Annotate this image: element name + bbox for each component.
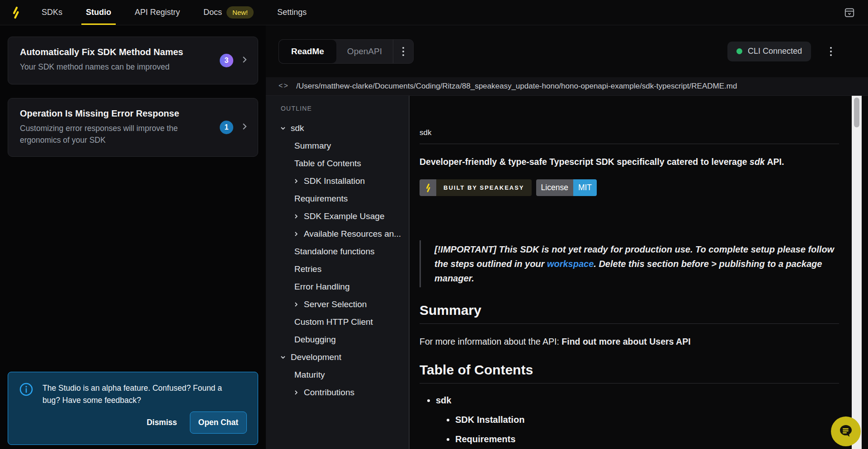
license-badge: License MIT xyxy=(536,179,597,196)
outline-item-retries[interactable]: Retries xyxy=(266,260,409,278)
view-tab-group: ReadMe OpenAPI xyxy=(278,39,414,64)
top-navbar: SDKs Studio API Registry Docs New! Setti… xyxy=(0,0,868,25)
scrollbar-thumb[interactable] xyxy=(854,98,859,127)
outline-item-sdk-example-usage[interactable]: SDK Example Usage xyxy=(266,207,409,225)
nav-item-api-registry[interactable]: API Registry xyxy=(125,0,190,25)
toc-item-requirements: Requirements xyxy=(455,434,839,444)
suggestion-card-error-response[interactable]: Operation Is Missing Error Response Cust… xyxy=(8,98,258,157)
outline-item-sdk-installation[interactable]: SDK Installation xyxy=(266,172,409,190)
divider xyxy=(420,323,839,324)
readme-preview: sdk Developer-friendly & type-safe Types… xyxy=(410,96,868,449)
info-icon xyxy=(19,382,33,407)
tab-kebab-menu-icon[interactable] xyxy=(393,40,413,63)
main-area: ReadMe OpenAPI CLI Connected <> /Users/m… xyxy=(266,25,868,449)
nav-label: Settings xyxy=(277,8,307,17)
count-badge: 3 xyxy=(220,54,233,67)
outline-item-error-handling[interactable]: Error Handling xyxy=(266,278,409,295)
chevron-right-icon xyxy=(241,56,249,65)
alert-text: The Studio is an alpha feature. Confused… xyxy=(42,382,241,407)
speakeasy-studio-app: SDKs Studio API Registry Docs New! Setti… xyxy=(0,0,868,449)
tab-openapi[interactable]: OpenAPI xyxy=(336,40,393,63)
file-path: /Users/matthew-clarke/Documents/Coding/R… xyxy=(296,82,737,91)
chevron-right-icon xyxy=(292,230,300,238)
chevron-right-icon xyxy=(292,301,300,308)
workspace-link[interactable]: workspace xyxy=(547,259,594,269)
panel-dropdown-icon[interactable] xyxy=(841,4,858,21)
chevron-down-icon xyxy=(279,125,287,132)
outline-item-debugging[interactable]: Debugging xyxy=(266,331,409,348)
toc-list: sdk SDK Installation Requirements xyxy=(420,395,839,444)
tab-readme[interactable]: ReadMe xyxy=(279,40,336,63)
nav-label: Studio xyxy=(86,8,111,17)
main-nav: SDKs Studio API Registry Docs New! Setti… xyxy=(32,0,316,25)
outline-item-maturity[interactable]: Maturity xyxy=(266,366,409,384)
chevron-down-icon xyxy=(279,354,287,361)
badge-row: BUILT BY SPEAKEASY License MIT xyxy=(420,179,839,196)
toc-heading: Table of Contents xyxy=(420,362,839,378)
nav-label: SDKs xyxy=(42,8,62,17)
outline-panel: OUTLINE sdk Summary Table of Contents xyxy=(266,96,410,449)
speakeasy-logo-icon[interactable] xyxy=(0,6,32,19)
toc-item-sdk: sdk SDK Installation Requirements xyxy=(436,395,839,444)
outline-item-custom-http-client[interactable]: Custom HTTP Client xyxy=(266,313,409,331)
readme-intro: Developer-friendly & type-safe Typescrip… xyxy=(420,157,839,167)
nav-item-docs[interactable]: Docs New! xyxy=(193,0,264,25)
outline-item-contributions[interactable]: Contributions xyxy=(266,384,409,401)
outline-item-standalone-functions[interactable]: Standalone functions xyxy=(266,243,409,260)
outline-title: OUTLINE xyxy=(266,105,409,112)
outline-item-available-resources[interactable]: Available Resources an... xyxy=(266,225,409,243)
chevron-right-icon xyxy=(292,389,300,396)
outline-item-table-of-contents[interactable]: Table of Contents xyxy=(266,154,409,172)
chevron-right-icon xyxy=(292,213,300,220)
important-note: [!IMPORTANT] This SDK is not yet ready f… xyxy=(420,240,839,287)
outline-item-sdk[interactable]: sdk xyxy=(266,119,409,137)
cli-status-badge: CLI Connected xyxy=(727,42,811,61)
license-value: MIT xyxy=(573,179,597,196)
content-scrollbar[interactable] xyxy=(852,96,862,449)
suggestion-subtitle: Customizing error responses will improve… xyxy=(20,122,203,146)
nav-label: Docs xyxy=(203,8,222,17)
suggestions-panel: Automatically Fix SDK Method Names Your … xyxy=(0,25,266,449)
suggestion-title: Operation Is Missing Error Response xyxy=(20,108,203,119)
summary-heading: Summary xyxy=(420,303,839,318)
summary-paragraph: For more information about the API: Find… xyxy=(420,337,839,347)
built-by-speakeasy-badge: BUILT BY SPEAKEASY xyxy=(420,179,532,196)
new-badge: New! xyxy=(226,6,254,19)
readme-toolbar: ReadMe OpenAPI CLI Connected xyxy=(266,25,868,77)
toc-item-sdk-installation: SDK Installation xyxy=(455,415,839,425)
readme-h1: sdk xyxy=(420,128,839,137)
open-chat-button[interactable]: Open Chat xyxy=(190,412,247,434)
nav-item-studio[interactable]: Studio xyxy=(76,0,121,25)
nav-item-settings[interactable]: Settings xyxy=(267,0,316,25)
outline-item-summary[interactable]: Summary xyxy=(266,137,409,154)
toolbar-kebab-menu-icon[interactable] xyxy=(821,47,841,56)
chevron-right-icon xyxy=(241,122,249,132)
dismiss-button[interactable]: Dismiss xyxy=(146,418,177,427)
status-dot-icon xyxy=(736,48,742,54)
code-icon: <> xyxy=(278,82,289,90)
chat-button[interactable] xyxy=(831,416,861,446)
outline-item-development[interactable]: Development xyxy=(266,348,409,366)
chevron-right-icon xyxy=(292,178,300,185)
suggestion-title: Automatically Fix SDK Method Names xyxy=(20,47,203,57)
suggestion-subtitle: Your SDK method names can be improved xyxy=(20,61,203,73)
divider xyxy=(420,144,839,144)
nav-label: API Registry xyxy=(135,8,180,17)
file-path-bar: <> /Users/matthew-clarke/Documents/Codin… xyxy=(266,77,868,96)
active-tab-underline xyxy=(81,23,116,25)
chat-bubble-icon xyxy=(838,423,854,440)
cli-status-label: CLI Connected xyxy=(748,47,802,56)
speakeasy-bolt-icon xyxy=(420,179,436,196)
license-label: License xyxy=(536,179,573,196)
alpha-feature-alert: The Studio is an alpha feature. Confused… xyxy=(8,372,258,445)
outline-item-requirements[interactable]: Requirements xyxy=(266,190,409,207)
divider xyxy=(420,383,839,384)
nav-item-sdks[interactable]: SDKs xyxy=(32,0,72,25)
built-by-label: BUILT BY SPEAKEASY xyxy=(436,179,532,196)
suggestion-card-method-names[interactable]: Automatically Fix SDK Method Names Your … xyxy=(8,37,258,84)
count-badge: 1 xyxy=(220,121,233,134)
outline-item-server-selection[interactable]: Server Selection xyxy=(266,295,409,313)
